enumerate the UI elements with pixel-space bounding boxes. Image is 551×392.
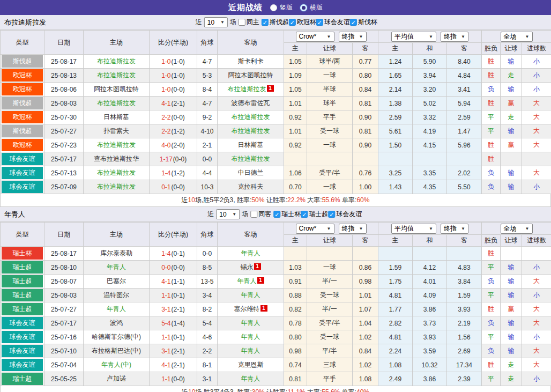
league-filter[interactable]: ✓瑞士超 bbox=[301, 210, 328, 219]
away-team[interactable]: 年青人 bbox=[218, 289, 284, 302]
away-team[interactable]: 斯卡利卡 bbox=[218, 55, 284, 69]
league-filter[interactable]: ✓球会友谊 bbox=[316, 18, 350, 27]
home-team[interactable]: 布拉迪斯拉发 bbox=[84, 69, 150, 83]
layout-radio-horizontal[interactable]: 横版 bbox=[300, 3, 323, 12]
home-team-name[interactable]: 布拉迪斯拉发 bbox=[97, 99, 136, 107]
away-team-name[interactable]: 布拉迪斯拉发 bbox=[228, 85, 266, 93]
away-team[interactable]: 阿拉木图凯拉特 bbox=[218, 69, 284, 83]
home-team[interactable]: 温特图尔 bbox=[84, 289, 150, 302]
home-team[interactable]: 巴塞尔 bbox=[84, 275, 150, 289]
league-filter[interactable]: ✓瑞士杯 bbox=[273, 210, 301, 219]
scope-select[interactable]: 全场▼ bbox=[501, 32, 533, 42]
away-team[interactable]: 布拉迪斯拉发1 bbox=[218, 83, 284, 97]
avg-final-select[interactable]: 终指▼ bbox=[441, 32, 468, 42]
away-team-name[interactable]: 布拉迪斯拉发 bbox=[232, 127, 270, 135]
home-team[interactable]: 年青人 bbox=[84, 302, 150, 316]
away-team-name[interactable]: 年青人 bbox=[241, 333, 260, 341]
home-team-name[interactable]: 布拉迪斯拉发 bbox=[97, 169, 136, 176]
away-team[interactable]: 塞尔维特1 bbox=[218, 302, 284, 316]
away-team-name[interactable]: 年青人 bbox=[241, 375, 260, 382]
away-team-name[interactable]: 锡永 bbox=[241, 263, 254, 271]
home-team-name[interactable]: 哈德斯菲尔德(中) bbox=[92, 333, 141, 341]
away-team[interactable]: 布拉迪斯拉发 bbox=[218, 152, 284, 166]
away-team-name[interactable]: 年青人 bbox=[241, 319, 260, 327]
away-team[interactable]: 日林斯基 bbox=[218, 138, 284, 152]
checkbox-icon[interactable]: ✓ bbox=[328, 211, 335, 218]
away-team-name[interactable]: 克拉科夫 bbox=[238, 183, 264, 190]
away-team-name[interactable]: 斯卡利卡 bbox=[238, 57, 264, 65]
home-team[interactable]: 布拉迪斯拉发 bbox=[84, 138, 150, 152]
away-team[interactable]: 年青人 bbox=[218, 372, 284, 386]
home-team-name[interactable]: 查布拉迪斯拉华 bbox=[94, 155, 139, 162]
away-team[interactable]: 波德布雷佐瓦 bbox=[218, 97, 284, 110]
checkbox-icon[interactable]: ✓ bbox=[350, 19, 357, 26]
odds-final-select[interactable]: 终指▼ bbox=[339, 32, 367, 42]
home-team-name[interactable]: 扑雷索夫 bbox=[103, 127, 129, 135]
same-venue-filter[interactable]: 同主 bbox=[239, 18, 259, 27]
home-team[interactable]: 布拉迪斯拉发 bbox=[84, 166, 150, 180]
away-team-name[interactable]: 日林斯基 bbox=[238, 141, 264, 149]
home-team-name[interactable]: 年青人(中) bbox=[101, 361, 131, 368]
checkbox-icon[interactable]: ✓ bbox=[273, 211, 280, 218]
home-team[interactable]: 查布拉迪斯拉华 bbox=[84, 152, 150, 166]
home-team-name[interactable]: 阿拉木图凯拉特 bbox=[94, 85, 139, 93]
league-filter[interactable]: ✓球会友谊 bbox=[328, 210, 362, 219]
home-team-name[interactable]: 布拉迪斯拉发 bbox=[97, 183, 136, 190]
home-team[interactable]: 布拉格斯巴达(中) bbox=[84, 344, 150, 358]
home-team[interactable]: 年青人(中) bbox=[84, 358, 150, 372]
checkbox-icon[interactable]: ✓ bbox=[289, 19, 296, 26]
away-team[interactable]: 年青人1 bbox=[218, 275, 284, 289]
away-team-name[interactable]: 布拉迪斯拉发 bbox=[232, 155, 270, 162]
away-team-name[interactable]: 年青人 bbox=[241, 249, 260, 257]
away-team[interactable]: 中日德兰 bbox=[218, 166, 284, 180]
away-team[interactable]: 布拉迪斯拉发 bbox=[218, 110, 284, 124]
home-team[interactable]: 日林斯基 bbox=[84, 110, 150, 124]
away-team[interactable]: 克里恩斯 bbox=[218, 358, 284, 372]
away-team-name[interactable]: 中日德兰 bbox=[238, 169, 264, 176]
radio-icon[interactable] bbox=[300, 4, 307, 11]
home-team[interactable]: 阿拉木图凯拉特 bbox=[84, 83, 150, 97]
away-team-name[interactable]: 年青人 bbox=[241, 347, 260, 354]
scope-select[interactable]: 全场▼ bbox=[501, 224, 533, 234]
match-count-select[interactable]: 10▼ bbox=[216, 209, 240, 219]
home-team-name[interactable]: 布拉迪斯拉发 bbox=[97, 71, 136, 79]
away-team[interactable]: 年青人 bbox=[218, 316, 284, 330]
checkbox-icon[interactable]: ✓ bbox=[301, 211, 308, 218]
team-name[interactable]: 年青人 bbox=[4, 210, 25, 219]
odds-source-select[interactable]: Crow*▼ bbox=[296, 224, 334, 234]
away-team-name[interactable]: 塞尔维特 bbox=[234, 305, 260, 313]
home-team-name[interactable]: 布拉迪斯拉发 bbox=[97, 57, 136, 65]
away-team-name[interactable]: 布拉迪斯拉发 bbox=[232, 113, 270, 121]
away-team[interactable]: 克拉科夫 bbox=[218, 180, 284, 194]
away-team-name[interactable]: 年青人 bbox=[237, 277, 257, 285]
layout-radio-vertical[interactable]: 竖版 bbox=[270, 3, 293, 12]
home-team[interactable]: 哈德斯菲尔德(中) bbox=[84, 330, 150, 344]
home-team[interactable]: 波鸿 bbox=[84, 316, 150, 330]
home-team-name[interactable]: 库尔泰泰勒 bbox=[100, 249, 132, 257]
checkbox-icon[interactable]: ✓ bbox=[316, 19, 323, 26]
home-team[interactable]: 年青人 bbox=[84, 261, 150, 275]
home-team-name[interactable]: 年青人 bbox=[107, 263, 126, 271]
home-team-name[interactable]: 波鸿 bbox=[110, 319, 123, 327]
league-filter[interactable]: ✓欧冠杯 bbox=[289, 18, 316, 27]
match-count-select[interactable]: 10▼ bbox=[204, 17, 228, 27]
avg-source-select[interactable]: 平均值▼ bbox=[391, 32, 436, 42]
home-team-name[interactable]: 布拉迪斯拉发 bbox=[97, 141, 136, 149]
away-team-name[interactable]: 年青人 bbox=[241, 291, 260, 299]
checkbox-icon[interactable] bbox=[250, 211, 257, 218]
away-team-name[interactable]: 波德布雷佐瓦 bbox=[232, 99, 270, 107]
checkbox-icon[interactable]: ✓ bbox=[262, 19, 269, 26]
home-team-name[interactable]: 年青人 bbox=[107, 305, 126, 313]
home-team-name[interactable]: 日林斯基 bbox=[103, 113, 129, 121]
team-name[interactable]: 布拉迪斯拉发 bbox=[4, 18, 46, 27]
league-filter[interactable]: ✓斯伐杯 bbox=[350, 18, 377, 27]
away-team[interactable]: 布拉迪斯拉发 bbox=[218, 124, 284, 138]
odds-source-select[interactable]: Crow*▼ bbox=[296, 32, 334, 42]
home-team[interactable]: 卢加诺 bbox=[84, 372, 150, 386]
away-team-name[interactable]: 阿拉木图凯拉特 bbox=[228, 71, 273, 79]
away-team[interactable]: 锡永1 bbox=[218, 261, 284, 275]
radio-icon[interactable] bbox=[270, 4, 277, 11]
home-team-name[interactable]: 布拉格斯巴达(中) bbox=[92, 347, 141, 354]
home-team-name[interactable]: 巴塞尔 bbox=[107, 277, 126, 285]
avg-source-select[interactable]: 平均值▼ bbox=[391, 224, 436, 234]
